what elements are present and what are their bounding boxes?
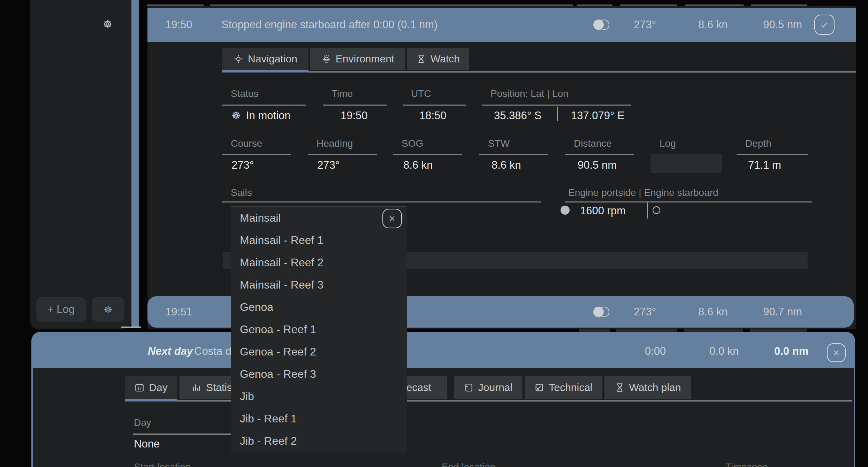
tab-environment-label: Environment [336,53,394,65]
log-row-time: 19:50 [165,18,192,32]
status-label: Status [231,88,258,100]
engine-portside-indicator[interactable] [561,206,570,215]
position-label: Position: Lat | Lon [490,88,569,100]
toggle-knob [593,307,604,317]
stw-value[interactable]: 8.6 kn [492,158,521,172]
course-value[interactable]: 273° [231,158,254,172]
next-day-location: Costa d [194,345,231,358]
sails-option[interactable]: Jib - Reef 2 [231,430,407,452]
add-log-button[interactable]: + Log [36,297,86,322]
status-underline [222,105,306,106]
sails-option[interactable]: Mainsail - Reef 2 [231,251,407,274]
helm-icon: ☸ [104,304,112,315]
cut-row-segment [616,329,677,332]
tab-environment[interactable]: Environment [310,48,405,70]
utc-underline [403,105,466,106]
engine-portside-rpm[interactable]: 1600 rpm [580,204,626,218]
tab-watch-label: Watch [431,53,460,65]
tab-watch[interactable]: Watch [407,48,469,70]
sails-option[interactable]: Genoa - Reef 3 [231,363,407,385]
log-input[interactable] [650,154,722,173]
heading-underline [308,154,377,155]
tab-journal-label: Journal [478,382,512,393]
active-day-tab-indicator [125,399,177,401]
log-row-speed: 8.6 kn [698,18,728,32]
sails-option[interactable]: Genoa - Reef 2 [231,340,407,363]
time-label: Time [332,88,353,100]
distance-underline [565,154,634,155]
tab-day[interactable]: 17 Day [125,376,177,399]
time-value[interactable]: 19:50 [341,109,368,123]
engine-separator [647,202,648,219]
log-row-toggle[interactable] [593,20,609,30]
engine-starboard-indicator[interactable] [653,206,660,214]
log-row-toggle[interactable] [593,307,609,317]
log-row-course: 273° [634,305,656,319]
position-lat-value[interactable]: 35.386° S [494,109,542,123]
sog-label: SOG [402,138,423,150]
sails-option[interactable]: Mainsail [231,207,407,229]
sog-underline [393,154,462,155]
header-underline-event [210,5,573,6]
course-underline [222,154,291,155]
utc-value[interactable]: 18:50 [419,109,447,123]
engine-label: Engine portside | Engine starboard [568,187,718,199]
detail-tabs-underline [222,71,856,72]
course-label: Course [231,138,262,150]
depth-label: Depth [745,138,771,150]
sails-option[interactable]: Jib - Reef 1 [231,407,407,430]
logbook-app: { "accent_color": "#64809e", "icons": { … [0,0,868,467]
tab-navigation-label: Navigation [248,53,297,65]
depth-value[interactable]: 71.1 m [748,158,781,172]
day-timeline-strip [131,0,139,328]
utc-label: UTC [411,88,431,100]
tab-technical[interactable]: Technical [525,376,602,399]
sails-option[interactable]: Genoa - Reef 1 [231,318,407,340]
header-underline-time [147,5,204,6]
sunrise-icon [321,54,332,64]
crosshair-icon [233,54,244,64]
sails-option[interactable]: Jib [231,385,407,407]
heading-value[interactable]: 273° [317,158,340,172]
start-location-label: Start location [134,461,191,467]
sog-value[interactable]: 8.6 kn [403,158,433,172]
cut-row-segment [684,329,743,332]
close-dropdown-button[interactable] [382,209,402,228]
sails-label: Sails [231,187,252,199]
calendar-icon: 17 [134,382,145,393]
day-bottom-border [121,327,141,328]
log-row-event: Stopped engine starboard after 0:00 (0.1… [221,18,437,32]
next-day-label: Next day [148,345,193,358]
sails-option[interactable]: Mainsail - Reef 1 [231,229,407,251]
bar-chart-icon [191,382,202,393]
log-row-distance: 90.7 nm [763,305,802,319]
status-helm-icon: ☸ [231,109,241,123]
position-separator [557,107,558,121]
tab-journal[interactable]: Journal [454,376,522,399]
helm-button[interactable]: ☸ [92,297,124,322]
log-label: Log [660,138,676,150]
log-row-1950[interactable]: 19:50 Stopped engine starboard after 0:0… [147,8,856,42]
time-underline [323,105,387,106]
distance-value[interactable]: 90.5 nm [578,158,617,172]
next-day-header[interactable]: Next day Costa d 0:00 0.0 kn 0.0 nm [33,333,854,368]
tab-watch-plan[interactable]: Watch plan [604,376,691,399]
tab-navigation[interactable]: Navigation [222,48,309,70]
position-lon-value[interactable]: 137.079° E [571,109,625,123]
timezone-label: Timezone [725,461,768,467]
heading-label: Heading [317,138,353,150]
sails-option[interactable]: Mainsail - Reef 3 [231,274,407,296]
next-day-duration: 0:00 [645,345,666,358]
end-location-label: End location [442,461,495,467]
close-day-button[interactable] [827,343,846,362]
day-field-value[interactable]: None [134,437,160,451]
sails-option[interactable]: Genoa [231,296,407,318]
confirm-log-button[interactable] [814,15,835,35]
status-value[interactable]: In motion [246,109,291,123]
next-day-speed: 0.0 kn [709,345,739,358]
day-field-label: Day [134,417,151,429]
sails-dropdown: Mainsail Mainsail - Reef 1 Mainsail - Re… [231,206,407,452]
next-day-distance: 0.0 nm [774,345,808,358]
svg-text:17: 17 [138,386,142,390]
header-underline-course [620,5,677,6]
